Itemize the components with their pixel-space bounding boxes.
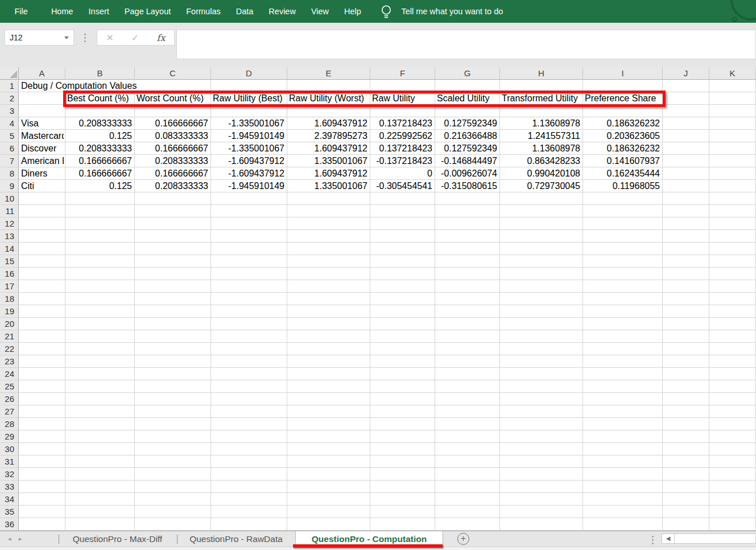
cell-E33[interactable] (287, 481, 370, 493)
cell-J19[interactable] (663, 305, 709, 318)
cell-E5[interactable]: 2.397895273 (287, 130, 370, 142)
cell-G36[interactable] (435, 518, 500, 531)
cell-A11[interactable] (19, 205, 65, 217)
cell-K22[interactable] (709, 343, 756, 355)
cell-G16[interactable] (435, 268, 500, 280)
cell-H26[interactable] (500, 393, 583, 405)
cell-D17[interactable] (211, 280, 287, 293)
cell-I31[interactable] (583, 455, 663, 468)
cell-J21[interactable] (663, 330, 709, 343)
row-header-17[interactable]: 17 (0, 280, 19, 293)
cell-G31[interactable] (435, 455, 500, 468)
cell-C29[interactable] (135, 430, 211, 443)
cell-G28[interactable] (435, 418, 500, 430)
cell-B28[interactable] (65, 418, 135, 430)
row-header-21[interactable]: 21 (0, 330, 19, 343)
cell-H6[interactable]: 1.13608978 (500, 142, 583, 155)
cell-J30[interactable] (663, 443, 709, 455)
cell-B15[interactable] (65, 255, 135, 268)
cell-K13[interactable] (709, 230, 756, 243)
cell-A8[interactable]: Diners (19, 167, 65, 180)
cell-A10[interactable] (19, 192, 65, 205)
cell-C31[interactable] (135, 455, 211, 468)
cell-B18[interactable] (65, 293, 135, 305)
cell-I16[interactable] (583, 268, 663, 280)
cell-A15[interactable] (19, 255, 65, 268)
row-header-12[interactable]: 12 (0, 217, 19, 230)
cell-F32[interactable] (370, 468, 435, 481)
row-header-30[interactable]: 30 (0, 443, 19, 455)
cell-J17[interactable] (663, 280, 709, 293)
cell-B32[interactable] (65, 468, 135, 481)
cell-E27[interactable] (287, 405, 370, 418)
cell-B24[interactable] (65, 368, 135, 380)
cell-E4[interactable]: 1.609437912 (287, 117, 370, 130)
cell-C21[interactable] (135, 330, 211, 343)
cell-J6[interactable] (663, 142, 709, 155)
formula-input[interactable] (176, 30, 756, 59)
cell-H23[interactable] (500, 355, 583, 368)
cell-J25[interactable] (663, 380, 709, 393)
cell-F11[interactable] (370, 205, 435, 217)
cell-K21[interactable] (709, 330, 756, 343)
cell-F4[interactable]: 0.137218423 (370, 117, 435, 130)
cell-G11[interactable] (435, 205, 500, 217)
cell-K19[interactable] (709, 305, 756, 318)
cell-E35[interactable] (287, 506, 370, 518)
cell-A24[interactable] (19, 368, 65, 380)
cell-F22[interactable] (370, 343, 435, 355)
row-header-8[interactable]: 8 (0, 167, 19, 180)
cell-K14[interactable] (709, 243, 756, 255)
cell-J5[interactable] (663, 130, 709, 142)
cell-E22[interactable] (287, 343, 370, 355)
cell-H8[interactable]: 0.990420108 (500, 167, 583, 180)
cell-D25[interactable] (211, 380, 287, 393)
cell-G10[interactable] (435, 192, 500, 205)
cell-B13[interactable] (65, 230, 135, 243)
cell-D35[interactable] (211, 506, 287, 518)
row-header-1[interactable]: 1 (0, 80, 19, 92)
column-header-D[interactable]: D (211, 67, 287, 80)
cell-F29[interactable] (370, 430, 435, 443)
cell-J1[interactable] (663, 80, 709, 92)
cell-I34[interactable] (583, 493, 663, 506)
cell-G34[interactable] (435, 493, 500, 506)
cell-B6[interactable]: 0.208333333 (65, 142, 135, 155)
cell-A18[interactable] (19, 293, 65, 305)
cell-F24[interactable] (370, 368, 435, 380)
cell-J29[interactable] (663, 430, 709, 443)
cell-J22[interactable] (663, 343, 709, 355)
name-box-dropdown-icon[interactable] (64, 36, 69, 39)
cell-B31[interactable] (65, 455, 135, 468)
cell-A20[interactable] (19, 318, 65, 330)
cell-C13[interactable] (135, 230, 211, 243)
cell-B11[interactable] (65, 205, 135, 217)
cell-E10[interactable] (287, 192, 370, 205)
row-header-20[interactable]: 20 (0, 318, 19, 330)
cell-K32[interactable] (709, 468, 756, 481)
cell-C12[interactable] (135, 217, 211, 230)
cell-A31[interactable] (19, 455, 65, 468)
cell-D13[interactable] (211, 230, 287, 243)
cell-D27[interactable] (211, 405, 287, 418)
cell-D4[interactable]: -1.335001067 (211, 117, 287, 130)
cell-E24[interactable] (287, 368, 370, 380)
cell-H10[interactable] (500, 192, 583, 205)
cell-C30[interactable] (135, 443, 211, 455)
cell-I8[interactable]: 0.162435444 (583, 167, 663, 180)
cell-E23[interactable] (287, 355, 370, 368)
cell-A35[interactable] (19, 506, 65, 518)
cell-B26[interactable] (65, 393, 135, 405)
row-header-29[interactable]: 29 (0, 430, 19, 443)
cell-K11[interactable] (709, 205, 756, 217)
cell-K9[interactable] (709, 180, 756, 192)
cell-G24[interactable] (435, 368, 500, 380)
cell-C19[interactable] (135, 305, 211, 318)
cell-I33[interactable] (583, 481, 663, 493)
cell-G29[interactable] (435, 430, 500, 443)
cell-A34[interactable] (19, 493, 65, 506)
cell-A36[interactable] (19, 518, 65, 531)
cell-J34[interactable] (663, 493, 709, 506)
cell-D28[interactable] (211, 418, 287, 430)
cell-H28[interactable] (500, 418, 583, 430)
